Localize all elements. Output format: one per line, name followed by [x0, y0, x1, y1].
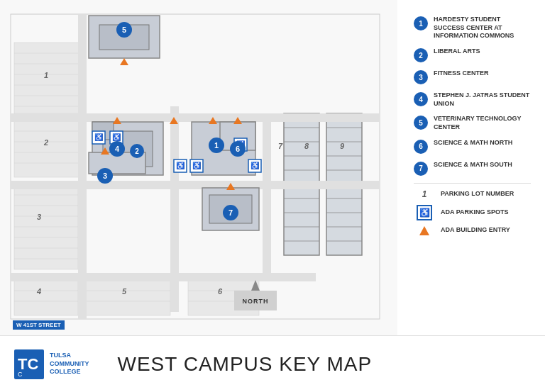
ada-entry-symbol	[414, 226, 435, 235]
svg-text:1: 1	[214, 141, 219, 150]
orange-arrow-icon	[419, 226, 429, 235]
svg-text:6: 6	[218, 287, 223, 296]
svg-rect-56	[263, 113, 271, 276]
svg-rect-9	[14, 121, 85, 177]
svg-text:3: 3	[37, 213, 41, 221]
svg-text:♿: ♿	[251, 161, 260, 170]
legend-ada-parking: ♿ ADA PARKING SPOTS	[414, 205, 531, 220]
legend-ada-entry: ADA BUILDING ENTRY	[414, 226, 531, 235]
map-title: WEST CAMPUS KEY MAP	[118, 353, 373, 376]
legend-badge-1: 1	[414, 16, 428, 30]
bottom-bar: TC C TULSACOMMUNITYCOLLEGE WEST CAMPUS K…	[0, 335, 545, 392]
svg-text:5: 5	[122, 287, 127, 296]
svg-text:8: 8	[304, 142, 309, 150]
tcc-name: TULSACOMMUNITYCOLLEGE	[50, 352, 89, 376]
svg-text:2: 2	[135, 147, 139, 155]
legend-parking-number: 1 PARKING LOT NUMBER	[414, 189, 531, 199]
svg-rect-22	[14, 280, 78, 315]
svg-text:6: 6	[236, 145, 240, 153]
legend-badge-4: 4	[414, 92, 428, 106]
svg-text:1: 1	[44, 71, 48, 79]
street-label: W 41ST STREET	[13, 320, 65, 330]
svg-text:NORTH: NORTH	[243, 298, 269, 305]
svg-rect-25	[85, 280, 170, 315]
legend-badge-6: 6	[414, 140, 428, 154]
tcc-logo: TC C TULSACOMMUNITYCOLLEGE	[14, 349, 89, 379]
legend-label-4: STEPHEN J. JATRAS STUDENT UNION	[434, 91, 531, 108]
legend-ada-parking-label: ADA PARKING SPOTS	[441, 208, 509, 217]
svg-text:7: 7	[278, 142, 283, 150]
svg-text:♿: ♿	[94, 133, 104, 142]
svg-text:2: 2	[43, 138, 48, 147]
map-container: ♿ ♿ ♿ ♿ ♿ ♿ 1 2 3 4 5 6 7 8	[0, 0, 545, 392]
legend-parking-label: PARKING LOT NUMBER	[441, 190, 514, 198]
svg-text:3: 3	[103, 172, 107, 180]
svg-text:♿: ♿	[176, 161, 185, 170]
legend-item-2: 2 LIBERAL ARTS	[414, 47, 531, 62]
legend-panel: 1 HARDESTY STUDENT SUCCESS CENTER AT INF…	[407, 7, 538, 250]
legend-label-2: LIBERAL ARTS	[434, 47, 480, 56]
tcc-logo-icon: TC C	[14, 349, 44, 379]
legend-badge-5: 5	[414, 116, 428, 130]
svg-text:♿: ♿	[192, 161, 202, 170]
legend-item-5: 5 VETERINARY TECHNOLOGY CENTER	[414, 115, 531, 131]
svg-text:5: 5	[122, 26, 126, 34]
svg-rect-54	[11, 181, 380, 189]
legend-item-3: 3 FITNESS CENTER	[414, 69, 531, 84]
svg-text:4: 4	[115, 145, 120, 153]
legend-item-1: 1 HARDESTY STUDENT SUCCESS CENTER AT INF…	[414, 16, 531, 40]
svg-rect-53	[11, 113, 380, 122]
parking-number-symbol: 1	[414, 189, 435, 199]
legend-label-5: VETERINARY TECHNOLOGY CENTER	[434, 115, 531, 131]
svg-text:7: 7	[229, 208, 233, 217]
legend-label-7: SCIENCE & MATH SOUTH	[434, 161, 512, 169]
legend-label-3: FITNESS CENTER	[434, 69, 489, 78]
legend-item-7: 7 SCIENCE & MATH SOUTH	[414, 161, 531, 176]
svg-text:♿: ♿	[112, 133, 121, 142]
ada-parking-icon: ♿	[417, 205, 432, 220]
campus-map: ♿ ♿ ♿ ♿ ♿ ♿ 1 2 3 4 5 6 7 8	[0, 0, 397, 347]
legend-label-6: SCIENCE & MATH NORTH	[434, 139, 512, 147]
legend-ada-entry-label: ADA BUILDING ENTRY	[441, 226, 510, 235]
legend-item-6: 6 SCIENCE & MATH NORTH	[414, 139, 531, 154]
legend-badge-7: 7	[414, 162, 428, 176]
legend-badge-3: 3	[414, 70, 428, 84]
svg-text:4: 4	[36, 287, 41, 296]
legend-item-4: 4 STEPHEN J. JATRAS STUDENT UNION	[414, 91, 531, 108]
ada-parking-symbol: ♿	[414, 205, 435, 220]
legend-badge-2: 2	[414, 48, 428, 62]
svg-text:C: C	[18, 371, 23, 378]
legend-label-1: HARDESTY STUDENT SUCCESS CENTER AT INFOR…	[434, 16, 531, 40]
svg-text:9: 9	[340, 142, 345, 150]
